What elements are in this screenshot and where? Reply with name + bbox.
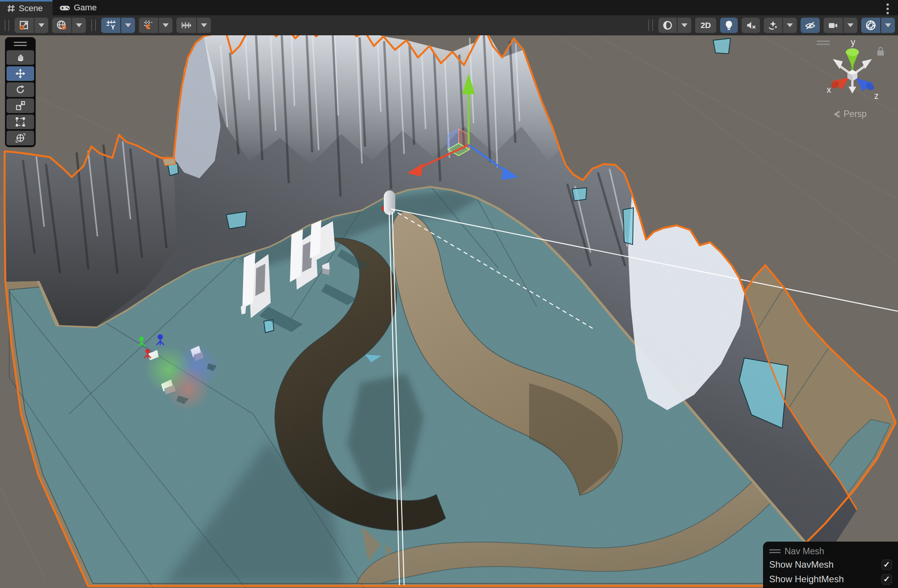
gizmo-sphere-icon (861, 18, 880, 33)
show-heightmesh-row: Show HeightMesh ✓ (769, 572, 892, 586)
gamepad-icon (59, 3, 70, 12)
shading-sphere-icon (658, 18, 677, 33)
globe-icon (52, 18, 71, 33)
hand-tool[interactable] (7, 50, 34, 65)
lock-icon[interactable] (877, 48, 884, 56)
projection-toggle[interactable]: Persp (833, 109, 867, 119)
scene-render (0, 35, 898, 588)
scene-camera-caret (844, 18, 857, 33)
toolbar-divider (5, 20, 9, 31)
tool-handle-orientation-button[interactable] (52, 18, 86, 33)
scene-toolbar: Y (0, 15, 898, 35)
rect-tool[interactable] (7, 115, 34, 129)
axis-y-label: y (851, 38, 855, 47)
view-2d-button[interactable]: 2D (695, 18, 716, 33)
show-heightmesh-checkbox[interactable]: ✓ (882, 574, 892, 585)
tools-overlay (5, 37, 36, 147)
unity-editor-window: Scene Game (0, 0, 898, 588)
navmesh-panel-handle-icon (769, 549, 781, 553)
tab-scene[interactable]: Scene (0, 0, 53, 15)
rotate-tool[interactable] (7, 82, 34, 97)
view-2d-label: 2D (699, 21, 712, 30)
move-tool[interactable] (7, 66, 34, 81)
scene-grid-icon (7, 4, 15, 13)
camera-icon (824, 18, 843, 33)
orientation-gizmo-axes[interactable] (830, 48, 875, 94)
grid-snap-icon (139, 18, 158, 33)
navmesh-overlay-panel: Nav Mesh Show NavMesh ✓ Show HeightMesh … (763, 542, 898, 588)
tool-handle-pivot-button[interactable] (15, 18, 48, 33)
grid-y-icon: Y (101, 18, 120, 33)
pivot-icon (15, 18, 34, 33)
transform-icon (15, 133, 25, 143)
grid-snapping-button[interactable] (139, 18, 173, 33)
snap-increment-icon (176, 18, 196, 33)
grid-y-caret (121, 18, 135, 33)
toolbar-divider (648, 20, 653, 31)
show-navmesh-checkbox[interactable]: ✓ (882, 560, 892, 570)
gizmos-caret (881, 18, 895, 33)
tab-scene-label: Scene (19, 3, 43, 13)
eye-slash-icon (801, 18, 820, 33)
show-navmesh-label: Show NavMesh (769, 559, 834, 570)
scene-viewport[interactable]: y x z Persp Nav Mesh Show NavMesh (0, 35, 898, 588)
toolbar-divider (91, 20, 96, 31)
hand-icon (16, 53, 25, 62)
draw-mode-button[interactable] (658, 18, 691, 33)
tab-bar: Scene Game (0, 0, 898, 15)
svg-text:Y: Y (111, 24, 115, 31)
scene-visibility-button[interactable] (801, 18, 820, 33)
snap-increment-button[interactable] (176, 18, 211, 33)
navmesh-panel-title: Nav Mesh (785, 546, 824, 557)
audio-mute-button[interactable] (742, 18, 760, 33)
tools-overlay-handle-icon[interactable] (7, 39, 34, 49)
rotate-icon (15, 85, 25, 95)
tab-game-label: Game (74, 3, 97, 13)
bulb-icon (720, 18, 738, 33)
grid-snap-caret (159, 18, 173, 33)
audio-muted-icon (742, 18, 760, 33)
axis-x-label: x (827, 85, 831, 95)
scene-lighting-button[interactable] (720, 18, 738, 33)
snap-increment-caret (197, 18, 211, 33)
scene-camera-button[interactable] (824, 18, 857, 33)
draw-mode-caret (678, 18, 691, 33)
rect-icon (15, 117, 25, 127)
persp-chevron-icon (833, 110, 841, 118)
transform-tool[interactable] (7, 131, 34, 145)
scale-icon (15, 101, 25, 111)
grid-visibility-button[interactable]: Y (101, 18, 135, 33)
scale-tool[interactable] (7, 99, 34, 113)
show-navmesh-row: Show NavMesh ✓ (769, 557, 892, 572)
move-icon (15, 69, 25, 79)
axis-z-label: z (874, 91, 879, 101)
navmesh-panel-header[interactable]: Nav Mesh (769, 545, 892, 557)
kebab-menu-icon[interactable] (883, 3, 892, 15)
globe-caret (72, 18, 86, 33)
projection-label: Persp (844, 109, 867, 119)
show-heightmesh-label: Show HeightMesh (769, 574, 844, 585)
effects-button[interactable] (764, 18, 797, 33)
effects-caret (783, 18, 797, 33)
tab-game[interactable]: Game (53, 0, 107, 15)
pivot-caret (35, 18, 48, 33)
gizmos-button[interactable] (861, 18, 895, 33)
effects-icon (764, 18, 782, 33)
